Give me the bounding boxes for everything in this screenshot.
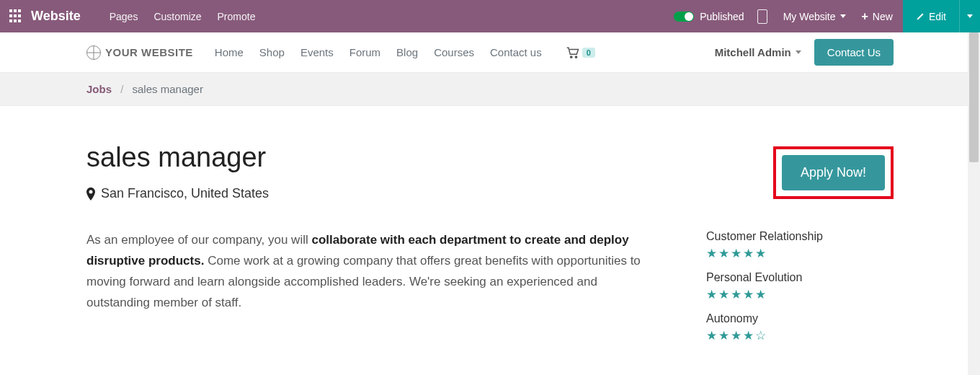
rating-label: Personal Evolution <box>706 271 894 284</box>
edit-dropdown[interactable] <box>959 0 980 32</box>
nav-home[interactable]: Home <box>215 46 244 58</box>
mobile-preview-icon[interactable] <box>757 9 767 24</box>
user-name: Mitchell Admin <box>715 46 791 58</box>
edit-label: Edit <box>929 11 946 22</box>
breadcrumb-sep: / <box>120 83 123 95</box>
breadcrumb: Jobs / sales manager <box>0 73 980 106</box>
app-brand[interactable]: Website <box>31 9 81 24</box>
rating-stars: ★★★★★ <box>706 287 894 302</box>
chevron-down-icon <box>967 14 973 18</box>
site-logo-text: YOUR WEBSITE <box>105 46 193 58</box>
my-website-label: My Website <box>783 11 836 22</box>
map-pin-icon <box>86 188 95 200</box>
edit-button[interactable]: Edit <box>903 11 959 22</box>
topbar-menu-customize[interactable]: Customize <box>153 11 201 22</box>
ratings-panel: Customer Relationship ★★★★★ Personal Evo… <box>706 230 894 353</box>
topbar-menu-pages[interactable]: Pages <box>110 11 138 22</box>
published-label: Published <box>700 11 744 22</box>
nav-courses[interactable]: Courses <box>434 46 474 58</box>
job-body: As an employee of our company, you will … <box>0 230 980 353</box>
job-location: San Francisco, United States <box>86 186 269 201</box>
apply-now-button[interactable]: Apply Now! <box>782 155 885 190</box>
job-hero: sales manager San Francisco, United Stat… <box>0 106 980 230</box>
rating-item: Autonomy ★★★★☆ <box>706 312 894 343</box>
scrollbar-thumb[interactable] <box>969 32 979 162</box>
new-label: New <box>873 11 893 22</box>
nav-events[interactable]: Events <box>300 46 334 58</box>
cart-icon <box>566 47 579 58</box>
globe-icon <box>86 45 101 60</box>
pencil-icon <box>916 12 925 21</box>
rating-label: Customer Relationship <box>706 230 894 243</box>
nav-forum[interactable]: Forum <box>349 46 380 58</box>
app-topbar: Website Pages Customize Promote Publishe… <box>0 0 980 32</box>
nav-blog[interactable]: Blog <box>396 46 418 58</box>
user-menu[interactable]: Mitchell Admin <box>715 46 801 58</box>
contact-us-button[interactable]: Contact Us <box>814 39 894 66</box>
job-location-text: San Francisco, United States <box>101 186 269 201</box>
job-title: sales manager <box>86 142 269 173</box>
new-button[interactable]: + New <box>862 10 893 23</box>
nav-shop[interactable]: Shop <box>259 46 285 58</box>
site-nav: Home Shop Events Forum Blog Courses Cont… <box>215 46 542 58</box>
nav-contact[interactable]: Contact us <box>490 46 542 58</box>
my-website-dropdown[interactable]: My Website <box>783 11 846 22</box>
site-logo[interactable]: YOUR WEBSITE <box>86 45 193 60</box>
topbar-menu: Pages Customize Promote <box>110 11 256 22</box>
plus-icon: + <box>862 10 868 23</box>
edit-group: Edit <box>903 0 980 32</box>
chevron-down-icon <box>840 14 846 18</box>
apply-highlight: Apply Now! <box>773 146 894 199</box>
rating-item: Personal Evolution ★★★★★ <box>706 271 894 302</box>
desc-lead: As an employee of our company, you will <box>86 233 311 247</box>
job-description: As an employee of our company, you will … <box>86 230 663 353</box>
breadcrumb-root[interactable]: Jobs <box>86 83 112 95</box>
scrollbar[interactable] <box>968 32 980 375</box>
svg-point-0 <box>570 56 571 57</box>
rating-item: Customer Relationship ★★★★★ <box>706 230 894 261</box>
breadcrumb-current: sales manager <box>133 83 203 95</box>
cart-count-badge: 0 <box>582 48 595 58</box>
svg-point-1 <box>575 56 576 57</box>
rating-stars: ★★★★☆ <box>706 328 894 343</box>
site-navbar: YOUR WEBSITE Home Shop Events Forum Blog… <box>0 32 980 73</box>
rating-stars: ★★★★★ <box>706 246 894 261</box>
cart-button[interactable]: 0 <box>566 47 595 58</box>
apps-icon[interactable] <box>9 9 24 24</box>
chevron-down-icon <box>796 50 801 54</box>
topbar-menu-promote[interactable]: Promote <box>218 11 256 22</box>
rating-label: Autonomy <box>706 312 894 325</box>
published-toggle[interactable] <box>674 12 694 22</box>
